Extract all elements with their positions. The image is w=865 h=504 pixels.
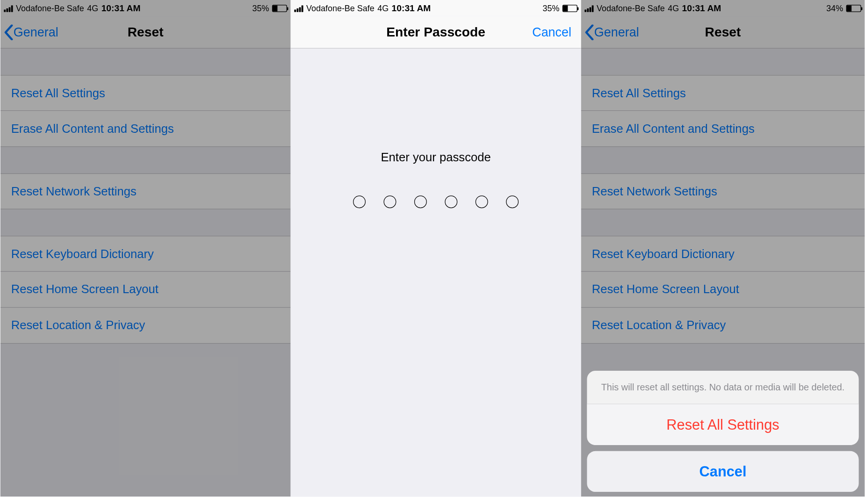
back-label: General [594, 25, 639, 39]
action-sheet-message: This will reset all settings. No data or… [587, 371, 858, 404]
carrier-label: Vodafone-Be Safe [16, 3, 84, 13]
reset-location-row[interactable]: Reset Location & Privacy [0, 308, 291, 344]
reset-network-row[interactable]: Reset Network Settings [0, 173, 291, 209]
nav-title: Reset [705, 24, 741, 40]
screen-reset-confirm: Vodafone-Be Safe 4G 10:31 AM 34% General… [581, 0, 865, 497]
battery-percent: 35% [252, 3, 269, 13]
signal-bars-icon [4, 5, 13, 12]
network-label: 4G [87, 3, 98, 13]
status-bar: Vodafone-Be Safe 4G 10:31 AM 35% [291, 0, 581, 16]
nav-title: Enter Passcode [386, 24, 485, 40]
nav-bar: General Reset [581, 16, 865, 49]
erase-all-content-row[interactable]: Erase All Content and Settings [0, 111, 291, 147]
battery-percent: 34% [826, 3, 843, 13]
passcode-area: Enter your passcode [291, 151, 581, 497]
network-label: 4G [377, 3, 389, 13]
passcode-dot [506, 195, 519, 208]
status-bar: Vodafone-Be Safe 4G 10:31 AM 34% [581, 0, 865, 16]
chevron-left-icon [584, 24, 594, 40]
clock-label: 10:31 AM [101, 3, 141, 13]
passcode-prompt: Enter your passcode [291, 151, 581, 165]
screen-reset-menu: Vodafone-Be Safe 4G 10:31 AM 35% General… [0, 0, 291, 497]
passcode-dot [383, 195, 396, 208]
signal-bars-icon [584, 5, 593, 12]
network-label: 4G [668, 3, 679, 13]
reset-all-settings-row[interactable]: Reset All Settings [0, 75, 291, 111]
battery-icon [846, 5, 861, 12]
carrier-label: Vodafone-Be Safe [306, 3, 375, 13]
reset-all-settings-row[interactable]: Reset All Settings [581, 75, 865, 111]
nav-bar: Enter Passcode Cancel [291, 16, 581, 49]
passcode-dots[interactable] [291, 195, 581, 208]
battery-percent: 35% [542, 3, 559, 13]
reset-network-row[interactable]: Reset Network Settings [581, 173, 865, 209]
clock-label: 10:31 AM [392, 3, 431, 13]
passcode-dot [353, 195, 366, 208]
reset-home-row[interactable]: Reset Home Screen Layout [0, 272, 291, 308]
carrier-label: Vodafone-Be Safe [597, 3, 665, 13]
back-button[interactable]: General [4, 24, 58, 40]
clock-label: 10:31 AM [682, 3, 721, 13]
back-button[interactable]: General [584, 24, 639, 40]
signal-bars-icon [294, 5, 303, 12]
reset-keyboard-row[interactable]: Reset Keyboard Dictionary [581, 236, 865, 272]
action-sheet: This will reset all settings. No data or… [587, 371, 858, 492]
nav-title: Reset [128, 24, 164, 40]
passcode-dot [414, 195, 427, 208]
chevron-left-icon [4, 24, 14, 40]
reset-keyboard-row[interactable]: Reset Keyboard Dictionary [0, 236, 291, 272]
screen-enter-passcode: Vodafone-Be Safe 4G 10:31 AM 35% Enter P… [291, 0, 581, 497]
reset-all-settings-confirm-button[interactable]: Reset All Settings [587, 404, 858, 445]
status-bar: Vodafone-Be Safe 4G 10:31 AM 35% [0, 0, 291, 16]
nav-bar: General Reset [0, 16, 291, 49]
back-label: General [14, 25, 58, 39]
battery-icon [272, 5, 287, 12]
erase-all-content-row[interactable]: Erase All Content and Settings [581, 111, 865, 147]
reset-home-row[interactable]: Reset Home Screen Layout [581, 272, 865, 308]
passcode-dot [476, 195, 488, 208]
action-sheet-cancel-button[interactable]: Cancel [587, 451, 858, 492]
passcode-dot [445, 195, 457, 208]
reset-location-row[interactable]: Reset Location & Privacy [581, 308, 865, 344]
cancel-button[interactable]: Cancel [532, 25, 571, 39]
battery-icon [562, 5, 577, 12]
